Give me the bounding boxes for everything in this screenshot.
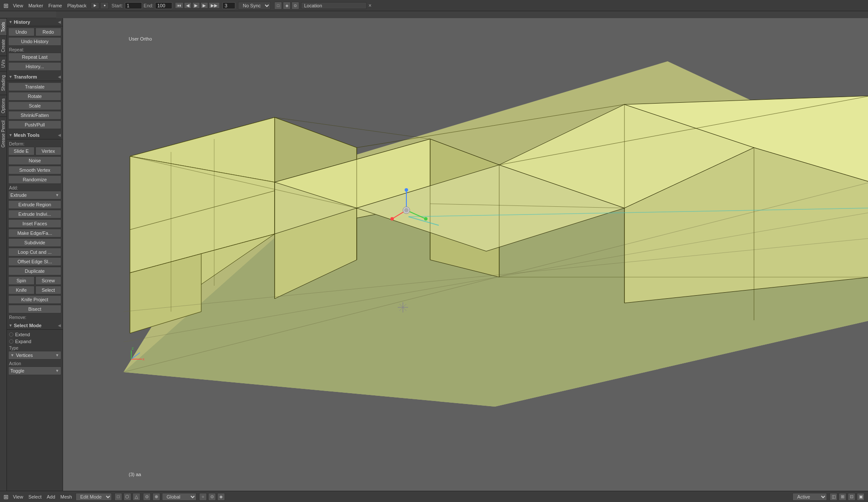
bottom-render-icon2[interactable]: ⊞ xyxy=(839,493,846,501)
vtab-options[interactable]: Options xyxy=(0,95,6,117)
add-label: Add: xyxy=(8,185,61,191)
mesh-tools-section-header[interactable]: ▼ Mesh Tools ◀ xyxy=(7,131,63,139)
undo-button[interactable]: Undo xyxy=(8,28,35,36)
bottom-proportional-icon[interactable]: ○ xyxy=(199,493,207,501)
vtab-create[interactable]: Create xyxy=(0,35,6,56)
smooth-vertex-button[interactable]: Smooth Vertex xyxy=(8,166,61,174)
select-button[interactable]: Select xyxy=(35,286,62,294)
randomize-button[interactable]: Randomize xyxy=(8,175,61,184)
rotate-button[interactable]: Rotate xyxy=(8,92,61,101)
bottom-icon-pivot[interactable]: ⊙ xyxy=(143,493,151,501)
transport-play[interactable]: ▶ xyxy=(192,2,200,9)
make-edge-fa-button[interactable]: Make Edge/Fa... xyxy=(8,229,61,237)
translate-button[interactable]: Translate xyxy=(8,82,61,91)
toggle-dropdown[interactable]: Toggle ▼ xyxy=(8,366,61,375)
bottom-render-icon1[interactable]: ◫ xyxy=(830,493,837,501)
inset-faces-button[interactable]: Inset Faces xyxy=(8,219,61,228)
global-select[interactable]: Global xyxy=(162,493,196,501)
noise-button[interactable]: Noise xyxy=(8,156,61,165)
transport-next[interactable]: ▶ xyxy=(200,2,208,9)
vtab-tools[interactable]: Tools xyxy=(0,18,6,35)
history-title: History xyxy=(14,19,30,25)
push-pull-button[interactable]: Push/Pull xyxy=(8,120,61,129)
extrude-indiv-button[interactable]: Extrude Indivi... xyxy=(8,210,61,218)
bottom-bar-info-icon[interactable]: ⊞ xyxy=(2,493,10,500)
repeat-last-button[interactable]: Repeat Last xyxy=(8,53,61,61)
view-icon-1[interactable]: □ xyxy=(274,2,282,9)
top-menu-view[interactable]: View xyxy=(10,2,26,9)
bottom-mask-icon[interactable]: ◈ xyxy=(217,493,225,501)
view-icon-2[interactable]: ◈ xyxy=(283,2,291,9)
offset-edge-button[interactable]: Offset Edge Sl... xyxy=(8,257,61,266)
ruler xyxy=(0,11,868,18)
transport-jump-end[interactable]: ▶▶ xyxy=(209,2,220,9)
select-mode-section-header[interactable]: ▼ Select Mode ◀ xyxy=(7,322,63,330)
top-bar-info-icon[interactable]: ⊞ xyxy=(2,2,10,9)
top-menu-playback[interactable]: Playback xyxy=(65,2,89,9)
bottom-icon-snap[interactable]: ⊕ xyxy=(152,493,160,501)
history-pin-icon[interactable]: ◀ xyxy=(58,20,61,24)
bottom-menu-view[interactable]: View xyxy=(10,493,26,500)
transform-pin-icon[interactable]: ◀ xyxy=(58,75,61,79)
location-close-icon[interactable]: × xyxy=(368,3,371,9)
toggle-dropdown-arrow: ▼ xyxy=(55,369,59,373)
transport-prev[interactable]: ◀ xyxy=(184,2,192,9)
duplicate-button[interactable]: Duplicate xyxy=(8,267,61,275)
bottom-snap-icon[interactable]: ⊙ xyxy=(208,493,216,501)
knife-button[interactable]: Knife xyxy=(8,286,35,294)
history-button[interactable]: History... xyxy=(8,62,61,71)
anim-icon2[interactable]: ● xyxy=(100,2,109,9)
history-section-header[interactable]: ▼ History ◀ xyxy=(7,18,63,26)
redo-button[interactable]: Redo xyxy=(35,28,62,36)
start-value-input[interactable] xyxy=(125,2,142,9)
expand-checkbox[interactable] xyxy=(9,339,13,344)
bottom-render-icon3[interactable]: ⊡ xyxy=(848,493,855,501)
subdivide-button[interactable]: Subdivide xyxy=(8,238,61,247)
edit-mode-select[interactable]: Edit Mode xyxy=(76,493,112,501)
vertices-label: Vertices xyxy=(16,353,33,358)
undo-history-button[interactable]: Undo History xyxy=(8,37,61,46)
bottom-menu-add[interactable]: Add xyxy=(44,493,58,500)
anim-icon1[interactable]: ▶ xyxy=(91,2,99,9)
svg-point-43 xyxy=(424,217,428,221)
shrink-fatten-button[interactable]: Shrink/Fatten xyxy=(8,111,61,120)
bottom-icon-3[interactable]: △ xyxy=(133,493,140,501)
loop-cut-button[interactable]: Loop Cut and ... xyxy=(8,248,61,256)
top-menu-marker[interactable]: Marker xyxy=(26,2,46,9)
bottom-icon-2[interactable]: ⬡ xyxy=(124,493,131,501)
transform-section-header[interactable]: ▼ Transform ◀ xyxy=(7,73,63,81)
top-bar: ⊞ View Marker Frame Playback ▶ ● Start: … xyxy=(0,0,868,11)
screw-button[interactable]: Screw xyxy=(35,276,62,285)
bisect-button[interactable]: Bisect xyxy=(8,305,61,313)
expand-row[interactable]: Expand xyxy=(8,338,61,345)
extend-checkbox[interactable] xyxy=(9,332,13,337)
extrude-region-button[interactable]: Extrude Region xyxy=(8,200,61,209)
select-mode-pin-icon[interactable]: ◀ xyxy=(58,323,61,328)
bottom-menu-mesh[interactable]: Mesh xyxy=(58,493,75,500)
vtab-uvs[interactable]: UVs xyxy=(0,56,6,71)
active-select[interactable]: Active xyxy=(792,493,827,501)
vtab-shading[interactable]: Shading xyxy=(0,71,6,95)
slide-e-button[interactable]: Slide E xyxy=(8,147,35,155)
bottom-menu-select[interactable]: Select xyxy=(26,493,44,500)
transport-jump-start[interactable]: ⏮ xyxy=(175,2,184,9)
bottom-icon-1[interactable]: □ xyxy=(114,493,122,501)
frame-current-input[interactable] xyxy=(222,2,235,9)
scale-button[interactable]: Scale xyxy=(8,101,61,110)
vertex-button[interactable]: Vertex xyxy=(35,147,62,155)
extend-row[interactable]: Extend xyxy=(8,331,61,338)
vertices-dropdown[interactable]: ▼ Vertices ▼ xyxy=(8,351,61,360)
extrude-dropdown[interactable]: Extrude ▼ xyxy=(8,191,61,199)
sync-select[interactable]: No Sync xyxy=(238,2,271,9)
end-value-input[interactable] xyxy=(155,2,172,9)
location-input[interactable] xyxy=(301,2,367,9)
top-menu-frame[interactable]: Frame xyxy=(46,2,65,9)
remove-label: Remove: xyxy=(8,314,61,320)
view-icon-3[interactable]: ⊙ xyxy=(291,2,299,9)
vtab-grease-pencil[interactable]: Grease Pencil xyxy=(0,117,6,151)
mesh-tools-pin-icon[interactable]: ◀ xyxy=(58,133,61,137)
bottom-render-icon4[interactable]: ▣ xyxy=(857,493,865,501)
viewport[interactable]: x z User Ortho (3) aa xyxy=(63,18,868,491)
knife-project-button[interactable]: Knife Project xyxy=(8,295,61,304)
spin-button[interactable]: Spin xyxy=(8,276,35,285)
